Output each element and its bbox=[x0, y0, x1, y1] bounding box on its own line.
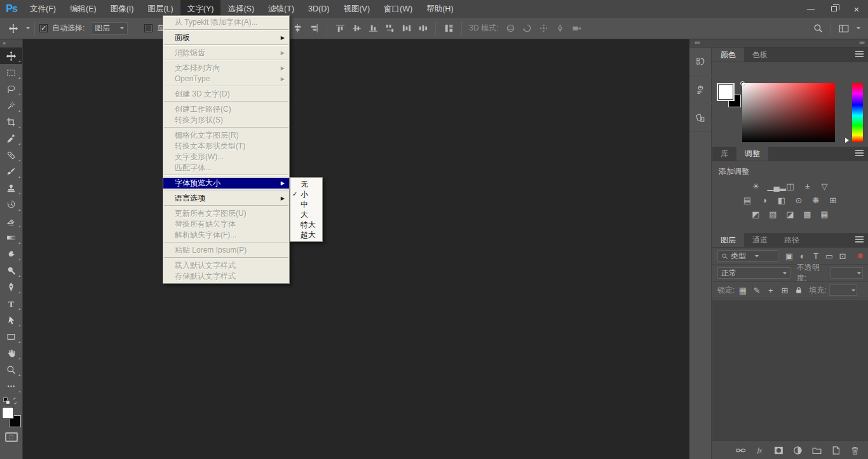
type-menu-item[interactable]: OpenType▶ bbox=[163, 74, 289, 84]
invert-icon[interactable]: ◩ bbox=[750, 210, 762, 220]
lock-image-icon[interactable]: ✎ bbox=[752, 284, 761, 296]
vibrance-icon[interactable]: ▽ bbox=[819, 182, 831, 192]
type-menu-item[interactable]: 创建工作路径(C) bbox=[163, 104, 289, 115]
threshold-icon[interactable]: ◪ bbox=[785, 210, 796, 220]
hue-saturation-icon[interactable]: ▤ bbox=[742, 196, 753, 206]
selective-color-icon[interactable]: ▦ bbox=[819, 210, 831, 220]
auto-select-target-dropdown[interactable]: 图层 bbox=[91, 22, 128, 35]
gradient-tool[interactable] bbox=[0, 229, 22, 246]
quick-mask-button[interactable] bbox=[5, 432, 18, 442]
hand-tool[interactable] bbox=[0, 345, 22, 361]
3d-slide-icon[interactable] bbox=[553, 22, 567, 36]
layer-style-icon[interactable]: fx bbox=[754, 445, 765, 456]
tool-preset-chevron-icon[interactable] bbox=[26, 27, 30, 31]
blend-mode-dropdown[interactable]: 正常 bbox=[717, 267, 790, 279]
type-menu-item[interactable]: 文字变形(W)... bbox=[163, 152, 289, 163]
type-menu-item[interactable]: 解析缺失字体(F)... bbox=[163, 230, 289, 241]
align-vertical-centers-icon[interactable] bbox=[290, 22, 304, 36]
smudge-tool[interactable] bbox=[0, 246, 22, 262]
submenu-item-超大[interactable]: 超大 bbox=[290, 230, 322, 240]
type-menu-item[interactable]: 字体预览大小▶ bbox=[163, 178, 289, 189]
crop-tool[interactable] bbox=[0, 114, 22, 130]
menubar-item-窗口(W)[interactable]: 窗口(W) bbox=[377, 0, 419, 18]
zoom-tool[interactable] bbox=[0, 361, 22, 378]
foreground-background-swatches[interactable] bbox=[1, 407, 22, 427]
tab-调整[interactable]: 调整 bbox=[736, 147, 768, 161]
swap-colors-icon[interactable] bbox=[11, 397, 19, 405]
submenu-item-无[interactable]: 无 bbox=[290, 179, 322, 189]
collapse-dock-icon[interactable]: «« bbox=[695, 39, 700, 46]
type-menu-item[interactable]: 创建 3D 文字(D) bbox=[163, 89, 289, 100]
submenu-item-大[interactable]: 大 bbox=[290, 210, 322, 220]
gradient-map-icon[interactable]: ▩ bbox=[802, 210, 813, 220]
close-button[interactable]: × bbox=[845, 0, 868, 18]
pen-tool[interactable] bbox=[0, 279, 22, 295]
type-tool[interactable]: T bbox=[0, 295, 22, 312]
3d-camera-icon[interactable] bbox=[569, 22, 583, 36]
tab-路径[interactable]: 路径 bbox=[776, 233, 808, 247]
color-balance-icon[interactable]: ◑ bbox=[759, 196, 770, 206]
workspace-chevron-icon[interactable] bbox=[857, 27, 860, 31]
hue-slider-marker[interactable] bbox=[845, 138, 851, 143]
filter-toggle-light[interactable] bbox=[858, 253, 863, 258]
type-menu-item[interactable]: 文本排列方向▶ bbox=[163, 63, 289, 74]
align-bottom-edges-icon[interactable] bbox=[307, 22, 321, 36]
3d-drag-icon[interactable] bbox=[536, 22, 550, 36]
distribute-center-icon[interactable] bbox=[399, 22, 413, 36]
adjustment-layer-icon[interactable] bbox=[792, 445, 803, 456]
hue-slider[interactable] bbox=[852, 83, 863, 142]
tab-颜色[interactable]: 颜色 bbox=[712, 48, 744, 62]
type-menu-item[interactable]: 更新所有文字图层(U) bbox=[163, 208, 289, 219]
workspace-switcher-icon[interactable] bbox=[837, 22, 851, 36]
menubar-item-编辑(E)[interactable]: 编辑(E) bbox=[63, 0, 104, 18]
history-brush-tool[interactable] bbox=[0, 196, 22, 213]
foreground-color-swatch[interactable] bbox=[718, 84, 733, 100]
menubar-item-文件(F)[interactable]: 文件(F) bbox=[23, 0, 63, 18]
type-menu-item[interactable]: 替换所有缺欠字体 bbox=[163, 219, 289, 230]
distribute-right-icon[interactable] bbox=[416, 22, 430, 36]
brush-tool[interactable] bbox=[0, 163, 22, 180]
submenu-item-小[interactable]: ✓小 bbox=[290, 189, 322, 199]
brightness-contrast-icon[interactable]: ☀ bbox=[750, 182, 762, 192]
filter-adjustment-layers-icon[interactable]: ◐ bbox=[798, 250, 807, 262]
filter-smart-objects-icon[interactable]: ⊡ bbox=[838, 250, 847, 262]
filter-type-layers-icon[interactable]: T bbox=[811, 250, 820, 262]
spot-healing-brush-tool[interactable] bbox=[0, 147, 22, 163]
show-transform-checkbox[interactable] bbox=[144, 24, 153, 32]
lock-transparency-icon[interactable]: ▦ bbox=[738, 284, 747, 296]
canvas-area[interactable] bbox=[23, 39, 689, 459]
lasso-tool[interactable] bbox=[0, 81, 22, 97]
default-colors-icon[interactable] bbox=[3, 397, 10, 404]
tab-通道[interactable]: 通道 bbox=[744, 233, 776, 247]
lock-position-icon[interactable]: + bbox=[766, 284, 775, 296]
exposure-icon[interactable]: ± bbox=[802, 182, 813, 192]
type-menu-item[interactable]: 存储默认文字样式 bbox=[163, 271, 289, 282]
lock-artboard-icon[interactable]: ⊞ bbox=[780, 284, 789, 296]
3d-rotate-icon[interactable] bbox=[503, 22, 517, 36]
black-white-icon[interactable]: ◧ bbox=[776, 196, 787, 206]
restore-button[interactable] bbox=[822, 0, 845, 18]
edit-toolbar-icon[interactable] bbox=[0, 378, 22, 394]
type-menu-item[interactable]: 载入默认文字样式 bbox=[163, 260, 289, 271]
color-field-marker[interactable] bbox=[740, 81, 745, 86]
measure-panel-button[interactable] bbox=[689, 103, 712, 131]
submenu-item-特大[interactable]: 特大 bbox=[290, 220, 322, 230]
minimize-button[interactable]: — bbox=[799, 0, 822, 18]
type-menu-item[interactable]: 转换为形状(S) bbox=[163, 115, 289, 126]
layer-filter-dropdown[interactable]: 类型 bbox=[717, 250, 778, 262]
menubar-item-帮助(H)[interactable]: 帮助(H) bbox=[419, 0, 460, 18]
type-menu-item[interactable]: 从 Typekit 添加字体(A)... bbox=[163, 17, 289, 28]
auto-select-checkbox[interactable]: ✓ bbox=[39, 24, 48, 32]
type-menu-item[interactable]: 栅格化文字图层(R) bbox=[163, 130, 289, 141]
type-menu-item[interactable]: 粘贴 Lorem Ipsum(P) bbox=[163, 245, 289, 256]
distribute-left-icon[interactable] bbox=[383, 22, 397, 36]
eyedropper-tool[interactable] bbox=[0, 130, 22, 147]
dodge-tool[interactable] bbox=[0, 262, 22, 279]
posterize-icon[interactable]: ▧ bbox=[768, 210, 779, 220]
tab-图层[interactable]: 图层 bbox=[712, 233, 744, 247]
rectangular-marquee-tool[interactable] bbox=[0, 64, 22, 81]
color-lookup-icon[interactable]: ⊞ bbox=[827, 196, 839, 206]
new-group-icon[interactable] bbox=[811, 445, 822, 456]
type-menu-item[interactable]: 消除锯齿▶ bbox=[163, 48, 289, 58]
type-menu-item[interactable]: 转换文本形状类型(T) bbox=[163, 141, 289, 152]
